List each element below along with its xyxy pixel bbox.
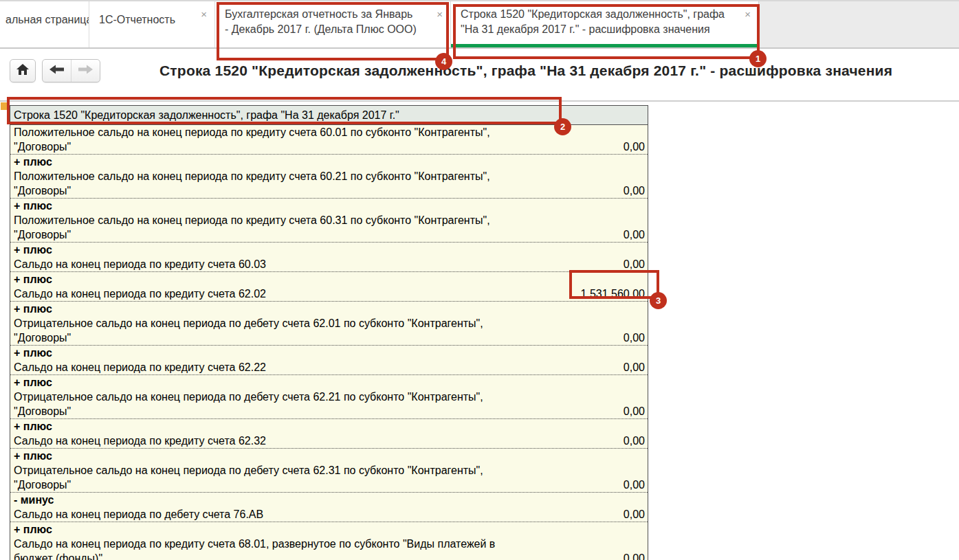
row-description-line: Отрицательное сальдо на конец периода по… <box>14 463 645 478</box>
row-description-text: "Договоры" <box>14 404 71 418</box>
report-header-cell[interactable]: Строка 1520 "Кредиторская задолженность"… <box>10 106 648 125</box>
report-row-block: + плюсСальдо на конец периода по кредиту… <box>10 346 648 375</box>
active-tab-indicator <box>451 44 758 47</box>
row-description-text: Отрицательное сальдо на конец периода по… <box>14 317 483 329</box>
tab-label: 1С-Отчетность <box>99 14 175 25</box>
operator-label: - минус <box>14 493 645 507</box>
row-value[interactable]: 0,00 <box>618 551 645 560</box>
home-icon <box>16 64 29 78</box>
row-description-text: Положительное сальдо на конец периода по… <box>14 214 490 226</box>
tab-bar: альная страница 1С-Отчетность × Бухгалте… <box>0 0 959 49</box>
operator-label: + плюс <box>14 302 645 316</box>
row-description-line: Сальдо на конец периода по дебету счета … <box>14 507 645 522</box>
row-description-line: "Договоры"0,00 <box>14 183 645 198</box>
operator-label: + плюс <box>14 419 645 434</box>
row-value[interactable]: 0,00 <box>618 227 645 242</box>
row-description-text: "Договоры" <box>14 331 71 345</box>
row-description-line: Сальдо на конец периода по кредиту счета… <box>14 537 645 551</box>
home-button[interactable] <box>10 59 36 82</box>
navigation-bar: Строка 1520 "Кредиторская задолженность"… <box>0 49 959 93</box>
operator-label: + плюс <box>14 522 645 537</box>
report-row-block: + плюсПоложительное сальдо на конец пери… <box>10 199 648 243</box>
row-description-line: "Договоры"0,00 <box>14 227 645 242</box>
report-row-block: + плюсСальдо на конец периода по кредиту… <box>10 522 648 560</box>
row-description-text: Отрицательное сальдо на конец периода по… <box>14 391 483 403</box>
report-row-block: + плюсСальдо на конец периода по кредиту… <box>10 419 648 449</box>
row-description-text: "Договоры" <box>14 478 71 492</box>
row-description-line: "Договоры"0,00 <box>14 404 645 418</box>
row-description-text: бюджет (фонды)" <box>14 551 102 560</box>
arrow-right-icon <box>78 65 93 77</box>
tab-label: альная страница <box>5 14 89 25</box>
back-button[interactable] <box>43 60 71 82</box>
row-description-line: Положительное сальдо на конец периода по… <box>14 213 645 227</box>
operator-label: + плюс <box>14 243 645 257</box>
row-value[interactable]: 0,00 <box>618 183 645 198</box>
row-description-line: Сальдо на конец периода по кредиту счета… <box>14 360 645 374</box>
row-description-line: "Договоры"0,00 <box>14 139 645 154</box>
row-description-text: Отрицательное сальдо на конец периода по… <box>14 464 483 476</box>
row-description-line: Положительное сальдо на конец периода по… <box>14 125 645 139</box>
operator-label: + плюс <box>14 449 645 463</box>
close-icon[interactable]: × <box>745 9 751 19</box>
forward-button[interactable] <box>71 60 100 82</box>
row-description-text: Сальдо на конец периода по кредиту счета… <box>14 434 266 448</box>
row-value[interactable]: 0,00 <box>618 257 645 271</box>
row-value[interactable]: 0,00 <box>618 434 645 448</box>
row-description-line: бюджет (фонды)"0,00 <box>14 551 645 560</box>
operator-label: + плюс <box>14 272 645 287</box>
operator-label: + плюс <box>14 346 645 360</box>
decode-report-table: Строка 1520 "Кредиторская задолженность"… <box>10 105 648 560</box>
arrow-left-icon <box>49 65 64 77</box>
decode-table-body: Положительное сальдо на конец периода по… <box>10 125 648 560</box>
tab-line1520-decode[interactable]: Строка 1520 "Кредиторская задолженность"… <box>451 1 758 47</box>
row-description-line: Отрицательное сальдо на конец периода по… <box>14 316 645 331</box>
history-nav-group <box>42 59 100 82</box>
report-row-block: + плюсОтрицательное сальдо на конец пери… <box>10 302 648 346</box>
row-description-line: "Договоры"0,00 <box>14 478 645 492</box>
operator-label: + плюс <box>14 375 645 390</box>
report-row-block: - минусСальдо на конец периода по дебету… <box>10 493 648 522</box>
row-description-text: Положительное сальдо на конец периода по… <box>14 170 490 182</box>
operator-label: + плюс <box>14 155 645 169</box>
row-description-text: Сальдо на конец периода по кредиту счета… <box>14 287 266 301</box>
row-value[interactable]: 0,00 <box>618 404 645 418</box>
row-description-text: "Договоры" <box>14 139 71 154</box>
report-row-block: Положительное сальдо на конец периода по… <box>10 125 648 155</box>
left-edge-marker <box>1 102 7 110</box>
operator-label: + плюс <box>14 199 645 213</box>
content-separator-line <box>0 100 959 102</box>
tab-label-line1: Строка 1520 "Кредиторская задолженность"… <box>461 7 749 22</box>
row-value[interactable]: 0,00 <box>618 507 645 522</box>
annotation-badge-3: 3 <box>650 292 667 309</box>
row-description-line: Сальдо на конец периода по кредиту счета… <box>14 257 645 271</box>
row-description-line: Отрицательное сальдо на конец периода по… <box>14 390 645 404</box>
report-row-block: + плюсОтрицательное сальдо на конец пери… <box>10 449 648 493</box>
report-row-block: + плюсПоложительное сальдо на конец пери… <box>10 155 648 199</box>
row-value[interactable]: 0,00 <box>618 360 645 374</box>
row-description-text: "Договоры" <box>14 183 71 198</box>
tab-1c-reporting[interactable]: 1С-Отчетность × <box>89 1 215 47</box>
report-row-block: + плюсСальдо на конец периода по кредиту… <box>10 272 648 302</box>
tab-label-line1: Бухгалтерская отчетность за Январь <box>225 7 441 22</box>
tab-label-line2: "На 31 декабря 2017 г." - расшифровка зн… <box>461 22 749 37</box>
row-value[interactable]: 0,00 <box>618 478 645 492</box>
tab-start-page[interactable]: альная страница <box>0 1 89 47</box>
close-icon[interactable]: × <box>437 9 443 19</box>
report-row-block: + плюсСальдо на конец периода по кредиту… <box>10 243 648 272</box>
row-description-text: Сальдо на конец периода по кредиту счета… <box>14 538 495 550</box>
row-value-highlighted[interactable]: 1 531 560,00 <box>575 287 645 301</box>
row-description-text: Сальдо на конец периода по кредиту счета… <box>14 360 266 374</box>
row-value[interactable]: 0,00 <box>618 331 645 345</box>
row-description-text: Положительное сальдо на конец периода по… <box>14 126 490 138</box>
row-description-text: Сальдо на конец периода по кредиту счета… <box>14 257 266 271</box>
row-description-line: "Договоры"0,00 <box>14 331 645 345</box>
row-value[interactable]: 0,00 <box>618 139 645 154</box>
tab-label-line2: - Декабрь 2017 г. (Дельта Плюс ООО) <box>225 22 441 37</box>
row-description-line: Сальдо на конец периода по кредиту счета… <box>14 434 645 448</box>
row-description-line: Положительное сальдо на конец периода по… <box>14 169 645 183</box>
report-row-block: + плюсОтрицательное сальдо на конец пери… <box>10 375 648 419</box>
row-description-text: "Договоры" <box>14 227 71 242</box>
close-icon[interactable]: × <box>201 9 207 19</box>
tab-accounting-reports[interactable]: Бухгалтерская отчетность за Январь - Дек… <box>215 1 451 47</box>
